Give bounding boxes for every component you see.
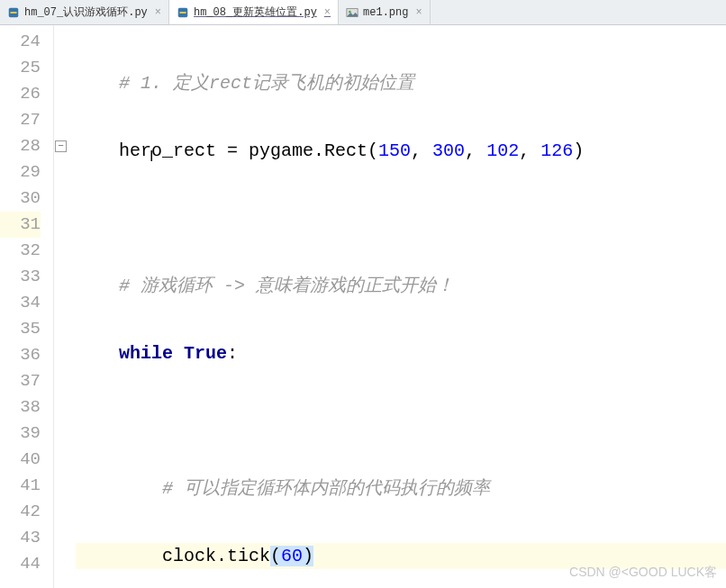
code-editor[interactable]: 24 25 26 27 28 29 30 31 32 33 34 35 36 3… (0, 25, 726, 588)
line-number: 32 (0, 238, 41, 264)
tab-label: hm_07_认识游戏循环.py (24, 5, 148, 20)
fold-column: − (54, 25, 70, 588)
python-file-icon (177, 6, 189, 19)
close-icon[interactable]: × (152, 6, 161, 19)
line-number: 30 (0, 185, 41, 212)
line-number-gutter: 24 25 26 27 28 29 30 31 32 33 34 35 36 3… (0, 25, 54, 588)
tab-hm07[interactable]: hm_07_认识游戏循环.py × (0, 0, 169, 24)
close-icon[interactable]: × (322, 6, 331, 19)
line-number: 26 (0, 81, 41, 107)
line-number: 24 (0, 29, 41, 55)
line-number: 34 (0, 290, 41, 316)
code-line (76, 205, 726, 231)
code-line (76, 408, 726, 434)
line-number: 43 (0, 525, 41, 551)
tab-label: me1.png (363, 6, 408, 19)
line-number: 25 (0, 55, 41, 81)
python-file-icon (7, 6, 20, 19)
line-number: 37 (0, 368, 41, 394)
code-line: while True:I (76, 340, 726, 366)
text-caret-icon: I (150, 143, 153, 169)
line-number: 31 (0, 212, 41, 238)
line-number: 29 (0, 159, 41, 185)
line-number: 35 (0, 316, 41, 342)
svg-rect-3 (180, 12, 186, 14)
code-line: hero_rect = pygame.Rect(150, 300, 102, 1… (76, 138, 726, 164)
line-number: 41 (0, 473, 41, 499)
editor-tabbar: hm_07_认识游戏循环.py × hm_08_更新英雄位置.py × me1.… (0, 0, 726, 25)
line-number: 44 (0, 551, 41, 577)
svg-point-5 (349, 10, 351, 13)
tab-hm08[interactable]: hm_08_更新英雄位置.py × (169, 0, 339, 24)
line-number: 42 (0, 499, 41, 525)
line-number: 33 (0, 264, 41, 290)
svg-rect-1 (11, 12, 17, 14)
line-number: 27 (0, 107, 41, 133)
tab-me1png[interactable]: me1.png × (339, 0, 431, 24)
code-line: # 游戏循环 -> 意味着游戏的正式开始！ (76, 273, 726, 299)
code-area[interactable]: # 1. 定义rect记录飞机的初始位置 hero_rect = pygame.… (70, 25, 726, 588)
line-number: 39 (0, 421, 41, 447)
image-file-icon (346, 6, 358, 19)
close-icon[interactable]: × (413, 6, 422, 19)
line-number: 40 (0, 447, 41, 473)
code-line-current: clock.tick(60) (76, 543, 726, 569)
line-number: 38 (0, 394, 41, 421)
selection: (60) (270, 546, 313, 566)
code-line: # 可以指定循环体内部的代码执行的频率 (76, 475, 726, 502)
fold-marker-icon[interactable]: − (55, 140, 67, 152)
code-line: # 1. 定义rect记录飞机的初始位置 (76, 70, 726, 96)
line-number: 36 (0, 342, 41, 368)
tab-label: hm_08_更新英雄位置.py (194, 5, 317, 20)
line-number: 28 (0, 133, 41, 159)
